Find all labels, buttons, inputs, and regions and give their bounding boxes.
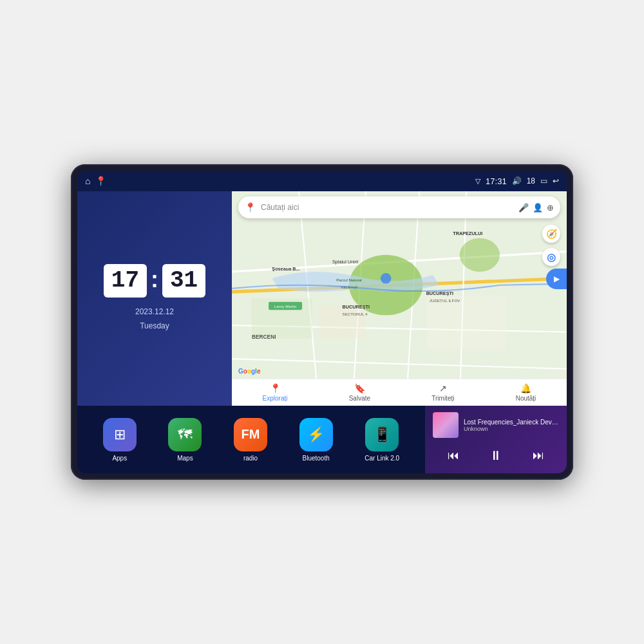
maps-pin-icon: 📍 bbox=[245, 202, 256, 213]
svg-text:SECTORUL 4: SECTORUL 4 bbox=[343, 312, 368, 316]
back-icon[interactable]: ↩ bbox=[553, 176, 559, 185]
screen: ⌂ 📍 ▽ 17:31 🔊 18 ▭ ↩ 17 : bbox=[77, 171, 567, 473]
app-icons-area: ⊞ Apps 🗺 Maps FM radio bbox=[77, 406, 425, 473]
music-artist: Unknown bbox=[464, 426, 559, 432]
radio-label: radio bbox=[243, 455, 258, 462]
svg-text:BUCUREȘTI: BUCUREȘTI bbox=[343, 304, 370, 310]
share-label: Trimiteți bbox=[431, 395, 454, 402]
map-svg: Șoseaua B... Splaiul Unirii BUCUREȘTI SE… bbox=[232, 191, 567, 406]
location-button[interactable]: ◎ bbox=[542, 248, 560, 266]
mic-icon[interactable]: 🎤 bbox=[518, 203, 529, 213]
bluetooth-label: Bluetooth bbox=[302, 455, 329, 462]
explore-label: Explorați bbox=[263, 395, 288, 402]
share-icon: ↗ bbox=[439, 383, 447, 393]
map-panel[interactable]: Șoseaua B... Splaiul Unirii BUCUREȘTI SE… bbox=[232, 191, 567, 406]
svg-text:Parcul Natural: Parcul Natural bbox=[336, 278, 362, 282]
app-icon-bluetooth[interactable]: ⚡ Bluetooth bbox=[299, 418, 333, 462]
svg-rect-13 bbox=[426, 295, 507, 348]
carlink-label: Car Link 2.0 bbox=[365, 455, 399, 462]
app-icon-maps[interactable]: 🗺 Maps bbox=[168, 418, 202, 462]
map-nav-bar: 📍 Explorați 🔖 Salvate ↗ Trimiteți bbox=[232, 379, 567, 406]
app-icon-apps[interactable]: ⊞ Apps bbox=[103, 418, 137, 462]
svg-rect-12 bbox=[319, 305, 366, 339]
carlink-icon-bg: 📱 bbox=[365, 418, 399, 451]
clock-minutes: 31 bbox=[162, 264, 205, 298]
svg-text:BERCENI: BERCENI bbox=[252, 334, 276, 340]
news-label: Noutăți bbox=[516, 395, 536, 402]
battery-icon: ▭ bbox=[540, 176, 547, 185]
status-left-icons: ⌂ 📍 bbox=[85, 176, 106, 186]
map-nav-explore[interactable]: 📍 Explorați bbox=[263, 383, 288, 402]
maps-icon-bg: 🗺 bbox=[168, 418, 202, 451]
prev-button[interactable]: ⏮ bbox=[442, 446, 464, 465]
volume-level: 18 bbox=[527, 176, 535, 185]
saved-label: Salvate bbox=[349, 395, 370, 402]
maps-icon-symbol: 🗺 bbox=[178, 426, 192, 443]
carlink-icon-symbol: 📱 bbox=[374, 426, 391, 443]
play-pause-button[interactable]: ⏸ bbox=[484, 446, 507, 466]
clock-display: 17 : 31 bbox=[104, 264, 205, 298]
bottom-section: ⊞ Apps 🗺 Maps FM radio bbox=[77, 406, 567, 473]
maps-label: Maps bbox=[177, 455, 193, 462]
music-controls: ⏮ ⏸ ⏭ bbox=[433, 443, 559, 466]
map-inner: Șoseaua B... Splaiul Unirii BUCUREȘTI SE… bbox=[232, 191, 567, 406]
svg-text:Leroy Merlin: Leroy Merlin bbox=[274, 304, 297, 308]
radio-icon-symbol: FM bbox=[242, 427, 260, 442]
account-icon[interactable]: 👤 bbox=[533, 203, 543, 213]
svg-point-10 bbox=[460, 238, 500, 272]
compass-button[interactable]: 🧭 bbox=[542, 225, 560, 243]
status-time: 17:31 bbox=[486, 176, 507, 186]
clock-panel: 17 : 31 2023.12.12 Tuesday bbox=[77, 191, 232, 406]
main-content: 17 : 31 2023.12.12 Tuesday bbox=[77, 191, 567, 473]
layers-icon[interactable]: ⊕ bbox=[547, 203, 554, 213]
radio-icon-bg: FM bbox=[234, 418, 267, 451]
status-right-info: ▽ 17:31 🔊 18 ▭ ↩ bbox=[475, 176, 559, 186]
clock-date: 2023.12.12 Tuesday bbox=[135, 305, 174, 333]
clock-colon: : bbox=[151, 266, 158, 293]
bluetooth-icon-bg: ⚡ bbox=[299, 418, 333, 451]
nav-start-button[interactable]: ▶ bbox=[546, 269, 567, 289]
app-icon-radio[interactable]: FM radio bbox=[234, 418, 267, 462]
bluetooth-icon-symbol: ⚡ bbox=[307, 426, 325, 443]
saved-icon: 🔖 bbox=[354, 383, 365, 393]
album-art-image bbox=[433, 412, 459, 438]
svg-text:Splaiul Unirii: Splaiul Unirii bbox=[332, 259, 359, 265]
google-logo: Google bbox=[238, 368, 260, 375]
top-section: 17 : 31 2023.12.12 Tuesday bbox=[77, 191, 567, 406]
volume-icon: 🔊 bbox=[512, 176, 522, 185]
apps-icon-symbol: ⊞ bbox=[114, 426, 126, 443]
map-nav-saved[interactable]: 🔖 Salvate bbox=[349, 383, 370, 402]
album-art bbox=[433, 412, 459, 438]
svg-text:JUDEȚUL ILFOV: JUDEȚUL ILFOV bbox=[430, 298, 460, 303]
device-frame: ⌂ 📍 ▽ 17:31 🔊 18 ▭ ↩ 17 : bbox=[71, 164, 573, 480]
map-search-actions: 🎤 👤 ⊕ bbox=[518, 203, 554, 213]
svg-text:Șoseaua B...: Șoseaua B... bbox=[272, 266, 299, 272]
map-nav-share[interactable]: ↗ Trimiteți bbox=[431, 383, 454, 402]
status-bar: ⌂ 📍 ▽ 17:31 🔊 18 ▭ ↩ bbox=[77, 171, 567, 191]
signal-icon: ▽ bbox=[475, 177, 480, 185]
maps-status-icon[interactable]: 📍 bbox=[95, 176, 106, 186]
music-top: Lost Frequencies_Janieck Devy-... Unknow… bbox=[433, 412, 559, 438]
map-search-bar[interactable]: 📍 Căutați aici 🎤 👤 ⊕ bbox=[238, 196, 560, 218]
next-button[interactable]: ⏭ bbox=[527, 446, 549, 465]
explore-icon: 📍 bbox=[270, 383, 281, 393]
news-icon: 🔔 bbox=[520, 383, 531, 393]
home-icon[interactable]: ⌂ bbox=[85, 176, 90, 186]
music-title: Lost Frequencies_Janieck Devy-... bbox=[464, 419, 559, 426]
music-info: Lost Frequencies_Janieck Devy-... Unknow… bbox=[464, 419, 559, 432]
svg-point-16 bbox=[381, 273, 392, 284]
apps-label: Apps bbox=[112, 455, 127, 462]
music-player: Lost Frequencies_Janieck Devy-... Unknow… bbox=[425, 406, 567, 473]
map-search-placeholder[interactable]: Căutați aici bbox=[261, 203, 513, 212]
clock-hours: 17 bbox=[104, 264, 147, 298]
svg-text:TRAPEZULUI: TRAPEZULUI bbox=[453, 231, 482, 236]
app-icon-carlink[interactable]: 📱 Car Link 2.0 bbox=[365, 418, 399, 462]
map-nav-news[interactable]: 🔔 Noutăți bbox=[516, 383, 536, 402]
apps-icon-bg: ⊞ bbox=[103, 418, 137, 451]
